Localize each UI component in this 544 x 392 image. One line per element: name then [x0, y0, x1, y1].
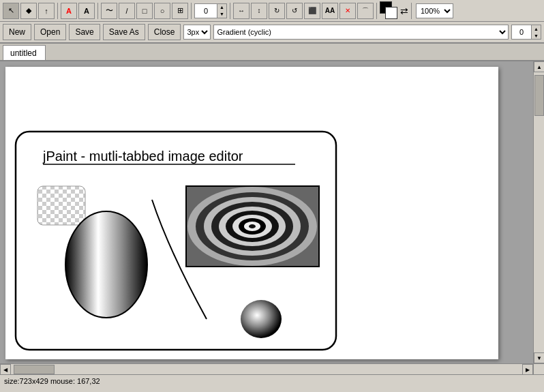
status-text: size:723x429 mouse: 167,32	[4, 377, 100, 385]
angle-up[interactable]: ▲	[531, 25, 541, 32]
tool-text[interactable]: A	[78, 3, 95, 19]
tab-untitled[interactable]: untitled	[3, 45, 46, 60]
scroll-corner	[533, 363, 544, 374]
rotation-up[interactable]: ▲	[217, 4, 226, 11]
zoom-select-wrap[interactable]: 100% 50% 200% 400%	[416, 3, 453, 18]
concentric-rings	[186, 186, 319, 267]
angle-down[interactable]: ▼	[531, 32, 541, 39]
save-as-button[interactable]: Save As	[103, 24, 145, 40]
tool-rect[interactable]: □	[136, 3, 153, 19]
tool-curve[interactable]: 〜	[101, 3, 117, 19]
stroke-select-wrap[interactable]: 3px 1px 2px 5px	[183, 25, 211, 40]
angle-spinner[interactable]: 0 ▲ ▼	[511, 25, 541, 40]
tab-label: untitled	[10, 48, 37, 58]
fill-select-wrap[interactable]: Gradient (cyclic) Solid None Gradient (l…	[213, 25, 509, 40]
rotation-spinner[interactable]: 0 ▲ ▼	[194, 3, 227, 18]
rotate-ccw-btn[interactable]: ↺	[286, 3, 303, 19]
stroke-select[interactable]: 3px 1px 2px 5px	[184, 25, 210, 39]
flip-v-btn[interactable]: ↕	[251, 3, 267, 19]
text-size-btn[interactable]: AA	[322, 3, 338, 19]
tool-ellipse[interactable]: ○	[154, 3, 170, 19]
tool-fill-color[interactable]: A	[61, 3, 77, 19]
main-canvas[interactable]: jPaint - mutli-tabbed image editor	[5, 67, 498, 359]
open-button[interactable]: Open	[34, 24, 66, 40]
corner-btn[interactable]: ⌒	[357, 3, 374, 19]
angle-value[interactable]: 0	[512, 25, 531, 39]
title-text: jPaint - mutli-tabbed image editor	[42, 149, 243, 164]
scroll-thumb-horizontal[interactable]	[14, 365, 55, 374]
tool-select[interactable]: ↖	[3, 3, 19, 19]
tool-move[interactable]: ↑	[38, 3, 55, 19]
svg-point-16	[249, 224, 256, 228]
separator1	[57, 3, 58, 19]
angle-spinner-btns: ▲ ▼	[531, 25, 541, 39]
rotation-spinner-btns: ▲ ▼	[217, 4, 226, 18]
tool-stamp[interactable]: ⊞	[172, 3, 188, 19]
checker-rect	[37, 186, 85, 225]
color-exchange-btn[interactable]: ⇄	[400, 5, 408, 16]
tool-diamond[interactable]: ◆	[20, 3, 37, 19]
color-area	[380, 1, 399, 20]
separator2	[97, 3, 98, 19]
large-ellipse	[65, 211, 147, 318]
separator5	[376, 3, 377, 19]
tab-bar: untitled	[0, 44, 544, 61]
tool-line[interactable]: /	[119, 3, 135, 19]
front-btn[interactable]: ⬛	[304, 3, 320, 19]
scrollbar-right[interactable]: ▲ ▼	[533, 61, 544, 363]
separator3	[191, 3, 192, 19]
rotation-down[interactable]: ▼	[217, 11, 226, 18]
separator4	[230, 3, 230, 19]
canvas-wrapper: jPaint - mutli-tabbed image editor	[5, 67, 498, 359]
scroll-down-arrow[interactable]: ▼	[534, 352, 544, 363]
scrollbar-bottom[interactable]: ◀ ▶	[0, 363, 533, 374]
new-button[interactable]: New	[3, 24, 31, 40]
separator6	[411, 3, 412, 19]
zoom-select[interactable]: 100% 50% 200% 400%	[417, 4, 453, 18]
fill-select[interactable]: Gradient (cyclic) Solid None Gradient (l…	[214, 25, 508, 39]
small-ellipse	[241, 300, 282, 338]
scroll-right-arrow[interactable]: ▶	[522, 364, 533, 374]
toolbar-row2: New Open Save Save As Close 3px 1px 2px …	[0, 22, 544, 44]
rotation-value[interactable]: 0	[195, 4, 217, 18]
save-button[interactable]: Save	[69, 24, 100, 40]
scroll-thumb-vertical[interactable]	[534, 75, 544, 116]
flip-h-btn[interactable]: ↔	[233, 3, 250, 19]
status-bar: size:723x429 mouse: 167,32	[0, 374, 544, 387]
close-button[interactable]: Close	[148, 24, 181, 40]
toolbar-row1: ↖ ◆ ↑ A A 〜 / □ ○ ⊞ 0 ▲ ▼ ↔ ↕ ↻ ↺ ⬛ AA ✕…	[0, 0, 544, 22]
canvas-area: jPaint - mutli-tabbed image editor	[0, 61, 544, 374]
delete-btn[interactable]: ✕	[339, 3, 356, 19]
rotate-cw-btn[interactable]: ↻	[269, 3, 285, 19]
scroll-up-arrow[interactable]: ▲	[534, 61, 544, 72]
scroll-left-arrow[interactable]: ◀	[0, 364, 11, 374]
background-color[interactable]	[385, 7, 397, 19]
